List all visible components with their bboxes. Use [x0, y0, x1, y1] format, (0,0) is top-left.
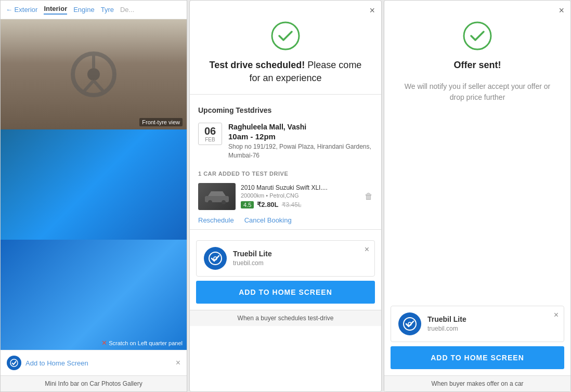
check-circle-2	[384, 20, 570, 51]
testdrive-caption: When a buyer schedules test-drive	[190, 310, 381, 326]
car-row: 2010 Maruti Suzuki Swift XLI.... 20000km…	[190, 180, 381, 216]
car-thumbnail	[198, 183, 236, 210]
nav-tabs: ← Exterior Interior Engine Tyre De...	[1, 1, 187, 19]
offer-sent-title: Offer sent!	[453, 60, 501, 70]
banner-close-2[interactable]: ×	[554, 310, 559, 320]
banner-close-1[interactable]: ×	[365, 245, 369, 254]
date-box: 06 FEB	[198, 123, 222, 145]
add-home-text[interactable]: Add to Home Screen	[25, 359, 88, 367]
svg-point-8	[208, 200, 212, 204]
truebil-banner-2: Truebil Lite truebil.com ×	[391, 306, 564, 342]
back-button[interactable]: ← Exterior	[6, 6, 37, 14]
truebil-icon-small	[7, 356, 21, 370]
date-number: 06	[200, 125, 220, 137]
tab-der[interactable]: De...	[120, 6, 134, 14]
truebil-text-2: Truebil Lite truebil.com	[427, 315, 466, 333]
car-details: 2010 Maruti Suzuki Swift XLI.... 20000km…	[241, 184, 359, 208]
scratch-label: ✕ Scratch on Left quarter panel	[101, 339, 183, 347]
truebil-title-1: Truebil Lite	[233, 250, 272, 258]
drive-info: Raghuleela Mall, Vashi 10am - 12pm Shop …	[228, 123, 373, 160]
truebil-text-1: Truebil Lite truebil.com	[233, 250, 272, 267]
car-old-price: ₹3.45L	[282, 201, 302, 208]
check-circle-1	[190, 20, 381, 51]
svg-point-13	[404, 318, 416, 330]
truebil-logo-2	[398, 312, 421, 335]
upcoming-header: Upcoming Testdrives	[190, 101, 381, 119]
svg-line-3	[84, 81, 94, 91]
rating-badge: 4.5	[241, 201, 254, 208]
add-home-bar: Add to Home Screen ×	[1, 350, 187, 375]
svg-point-6	[272, 22, 299, 49]
test-drive-item: 06 FEB Raghuleela Mall, Vashi 10am - 12p…	[190, 119, 381, 167]
car-price: ₹2.80L	[257, 201, 278, 208]
gallery-caption: Mini Info bar on Car Photos Gallery	[1, 375, 187, 391]
modal-header-2: ×	[384, 1, 570, 15]
interior-image: Front-tyre view	[1, 19, 187, 129]
drive-address: Shop no 191/192, Powai Plaza, Hirandani …	[228, 142, 373, 160]
tab-engine[interactable]: Engine	[73, 6, 94, 14]
close-icon-2[interactable]: ×	[559, 6, 564, 15]
svg-point-12	[464, 22, 491, 49]
modal-title-2: Offer sent!	[384, 59, 570, 72]
cars-added-label: 1 CAR ADDED TO TEST DRIVE	[190, 167, 381, 180]
add-to-home-btn-2[interactable]: ADD TO HOME SCREEN	[391, 346, 564, 369]
image-label-1: Front-tyre view	[139, 118, 183, 126]
car-images: Front-tyre view ✕ Scratch on Left quarte…	[1, 19, 187, 350]
side-car-image: ✕ Scratch on Left quarter panel	[1, 240, 187, 350]
drive-location: Raghuleela Mall, Vashi	[228, 123, 373, 131]
car-actions: Reschedule Cancel Booking	[190, 216, 381, 229]
testdrive-panel: × Test drive scheduled! Please come for …	[189, 0, 382, 392]
car-km: 20000km • Petrol,CNG	[241, 192, 359, 199]
svg-point-9	[222, 200, 226, 204]
modal-subtitle-2: We will notify you if seller accept your…	[384, 81, 570, 103]
tab-tyre[interactable]: Tyre	[101, 6, 114, 14]
tab-interior[interactable]: Interior	[44, 5, 67, 15]
svg-point-1	[87, 68, 100, 81]
delete-car-icon[interactable]: 🗑	[365, 192, 373, 201]
front-car-image	[1, 129, 187, 240]
modal-title-bold: Test drive scheduled!	[210, 60, 305, 70]
cancel-booking-link[interactable]: Cancel Booking	[244, 216, 292, 224]
car-name: 2010 Maruti Suzuki Swift XLI....	[241, 184, 359, 191]
gallery-panel: ← Exterior Interior Engine Tyre De... Fr…	[0, 0, 187, 392]
offer-caption: When buyer makes offer on a car	[384, 375, 570, 391]
svg-point-10	[209, 252, 222, 265]
divider-1	[190, 94, 381, 95]
scratch-x-icon: ✕	[101, 339, 107, 347]
truebil-title-2: Truebil Lite	[427, 315, 466, 323]
modal-header-1: ×	[190, 1, 381, 15]
truebil-url-1: truebil.com	[233, 259, 264, 267]
truebil-url-2: truebil.com	[427, 325, 458, 332]
modal-title-1: Test drive scheduled! Please come for an…	[190, 59, 381, 85]
add-home-close-icon[interactable]: ×	[176, 358, 180, 368]
truebil-logo-1	[204, 247, 227, 270]
divider-2	[190, 229, 381, 230]
add-to-home-btn-1[interactable]: ADD TO HOME SCREEN	[196, 281, 375, 304]
truebil-banner-1: Truebil Lite truebil.com ×	[196, 240, 375, 277]
offer-panel: × Offer sent! We will notify you if sell…	[384, 0, 571, 392]
car-price-row: 4.5 ₹2.80L ₹3.45L	[241, 201, 359, 208]
drive-time: 10am - 12pm	[228, 132, 373, 141]
close-icon-1[interactable]: ×	[369, 6, 375, 15]
svg-point-5	[10, 359, 18, 367]
car-action-links: Reschedule Cancel Booking	[198, 216, 292, 224]
svg-line-4	[94, 81, 103, 91]
date-month: FEB	[200, 137, 220, 142]
reschedule-link[interactable]: Reschedule	[198, 216, 234, 224]
add-home-left: Add to Home Screen	[7, 356, 88, 370]
